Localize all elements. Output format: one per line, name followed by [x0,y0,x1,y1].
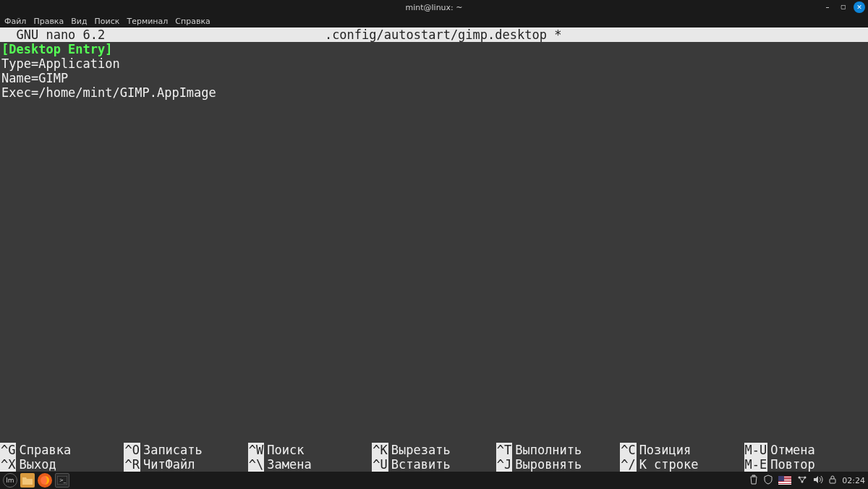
terminal-icon[interactable]: >_ [55,473,69,488]
menu-file[interactable]: Файл [4,17,26,26]
menu-help[interactable]: Справка [175,17,210,26]
shortcut-search[interactable]: ^WПоиск [248,443,372,457]
clock[interactable]: 02:24 [842,476,865,485]
app-window: mint@linux: ~ Файл Правка Вид Поиск Терм… [0,0,868,489]
file-line: Type=Application [1,56,867,71]
menu-terminal[interactable]: Терминал [127,17,168,26]
menu-search[interactable]: Поиск [95,17,120,26]
titlebar: mint@linux: ~ [0,0,868,14]
svg-rect-7 [830,479,835,483]
shortcut-undo[interactable]: M-UОтмена [744,443,868,457]
menubar: Файл Правка Вид Поиск Терминал Справка [0,14,868,27]
maximize-button[interactable] [838,1,849,13]
terminal-area[interactable]: GNU nano 6.2 .config/autostart/gimp.desk… [0,27,868,472]
firefox-icon[interactable] [38,473,52,488]
shortcut-exit[interactable]: ^XВыход [0,457,124,472]
window-controls [822,1,865,13]
minimize-button[interactable] [822,1,833,13]
file-line: Exec=/home/mint/GIMP.AppImage [1,85,867,100]
nano-buffer[interactable]: [Desktop Entry] Type=Application Name=GI… [0,42,868,100]
shortcut-writeout[interactable]: ^OЗаписать [124,443,247,457]
shortcut-replace[interactable]: ^\Замена [248,457,372,472]
menu-edit[interactable]: Правка [33,17,64,26]
lock-icon[interactable] [829,475,836,486]
trash-icon[interactable] [749,475,758,487]
volume-icon[interactable] [813,475,823,486]
shortcut-readfile[interactable]: ^RЧитФайл [124,457,247,472]
shield-icon[interactable] [764,475,773,487]
menu-view[interactable]: Вид [71,17,87,26]
shortcut-gotoline[interactable]: ^/К строке [620,457,744,472]
keyboard-layout-flag-icon[interactable] [778,476,791,485]
shortcut-help[interactable]: ^GСправка [0,443,124,457]
start-menu-icon[interactable]: lm [3,473,17,488]
nano-shortcuts: ^GСправка ^OЗаписать ^WПоиск ^KВырезать … [0,443,868,472]
desktop-entry-section: [Desktop Entry] [1,42,867,56]
nano-version: GNU nano 6.2 [1,27,105,42]
shortcut-execute[interactable]: ^TВыполнить [496,443,620,457]
files-icon[interactable] [20,473,35,488]
shortcut-position[interactable]: ^CПозиция [620,443,744,457]
nano-filename: .config/autostart/gimp.desktop * [105,27,781,42]
shortcut-paste[interactable]: ^UВставить [372,457,495,472]
window-title: mint@linux: ~ [0,3,868,12]
svg-text:>_: >_ [59,477,67,483]
close-button[interactable] [854,1,865,13]
shortcut-redo[interactable]: M-EПовтор [744,457,868,472]
svg-text:lm: lm [6,477,14,484]
nano-header: GNU nano 6.2 .config/autostart/gimp.desk… [0,27,868,42]
network-icon[interactable] [797,475,807,486]
file-line: Name=GIMP [1,71,867,85]
taskbar: lm >_ [0,472,868,489]
shortcut-justify[interactable]: ^JВыровнять [496,457,620,472]
shortcut-cut[interactable]: ^KВырезать [372,443,495,457]
